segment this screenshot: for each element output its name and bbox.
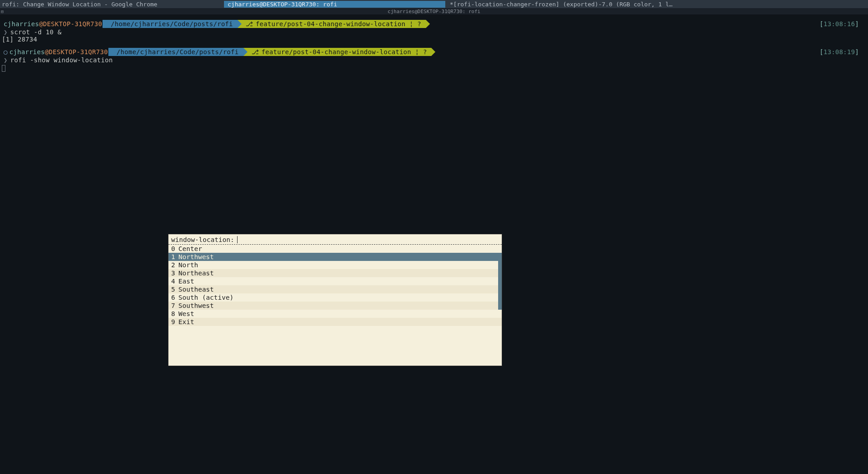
rofi-item-northeast[interactable]: 3Northeast [168,269,502,277]
tab-bar: cjharries@DESKTOP-31QR730: rofi [0,8,868,14]
rofi-item-southeast[interactable]: 5Southeast [168,285,502,293]
prompt-user: cjharries [4,21,39,28]
command-line: ❯ rofi -show window-location [2,56,866,64]
status-circle-icon: ◯ [2,49,8,56]
command-line: ❯ scrot -d 10 & [2,28,866,36]
rofi-scrollbar[interactable] [498,253,502,310]
prompt-timestamp: [13:08:16] [820,21,859,28]
prompt-host: DESKTOP-31QR730 [49,49,108,56]
git-branch-icon: ⎇ [246,21,253,28]
titlebar-active-window[interactable]: cjharries@DESKTOP-31QR730: rofi [224,1,445,8]
prompt-chevron-icon: ❯ [4,29,8,36]
rofi-item-southwest[interactable]: 7Southwest [168,302,502,310]
prompt-user: cjharries [9,49,45,56]
window-titlebar: rofi: Change Window Location - Google Ch… [0,0,868,8]
command-text: scrot -d 10 & [10,29,61,36]
command-output: [1] 28734 [2,36,866,44]
rofi-menu: window-location: 0Center 1Northwest 2Nor… [168,234,502,366]
terminal-pane[interactable]: cjharries@DESKTOP-31QR730 /home/cjharrie… [0,14,868,79]
pane-indicator-icon: ⊞ [1,9,6,14]
rofi-item-exit[interactable]: 9Exit [168,318,502,326]
prompt-git-branch: ⎇feature/post-04-change-window-location … [243,48,432,56]
prompt-path: /home/cjharries/Code/posts/rofi [108,48,243,56]
rofi-item-center[interactable]: 0Center [168,245,502,253]
rofi-item-east[interactable]: 4East [168,277,502,285]
prompt-path: /home/cjharries/Code/posts/rofi [103,20,238,28]
prompt-host: DESKTOP-31QR730 [43,21,102,28]
rofi-item-north[interactable]: 2North [168,261,502,269]
titlebar-left-window[interactable]: rofi: Change Window Location - Google Ch… [0,1,224,8]
prompt-user-host: cjharries@DESKTOP-31QR730 [9,48,112,56]
prompt-git-branch: ⎇feature/post-04-change-window-location … [238,20,426,28]
prompt-line: ◯ cjharries@DESKTOP-31QR730 /home/cjharr… [2,48,866,56]
tab-label[interactable]: cjharries@DESKTOP-31QR730: rofi [387,9,480,14]
prompt-at: @ [39,21,43,28]
prompt-block: cjharries@DESKTOP-31QR730 /home/cjharrie… [2,20,866,44]
command-text: rofi -show window-location [10,57,113,64]
rofi-item-south[interactable]: 6South (active) [168,293,502,302]
git-branch-icon: ⎇ [252,49,259,56]
prompt-line: cjharries@DESKTOP-31QR730 /home/cjharrie… [2,20,866,28]
prompt-user-host: cjharries@DESKTOP-31QR730 [2,20,107,28]
prompt-at: @ [45,49,49,56]
rofi-item-northwest[interactable]: 1Northwest [168,253,502,261]
prompt-chevron-icon: ❯ [4,57,8,64]
rofi-text-cursor [237,236,238,243]
rofi-list: 0Center 1Northwest 2North 3Northeast 4Ea… [168,245,502,326]
rofi-empty-area [168,326,502,366]
prompt-timestamp: [13:08:19] [820,49,859,56]
rofi-prompt-label: window-location: [171,236,234,243]
rofi-input-row[interactable]: window-location: [168,234,502,245]
titlebar-right-window[interactable]: *[rofi-location-changer-frozen] (exporte… [445,1,868,8]
prompt-block: ◯ cjharries@DESKTOP-31QR730 /home/cjharr… [2,48,866,73]
terminal-cursor [2,64,866,73]
rofi-item-west[interactable]: 8West [168,310,502,318]
